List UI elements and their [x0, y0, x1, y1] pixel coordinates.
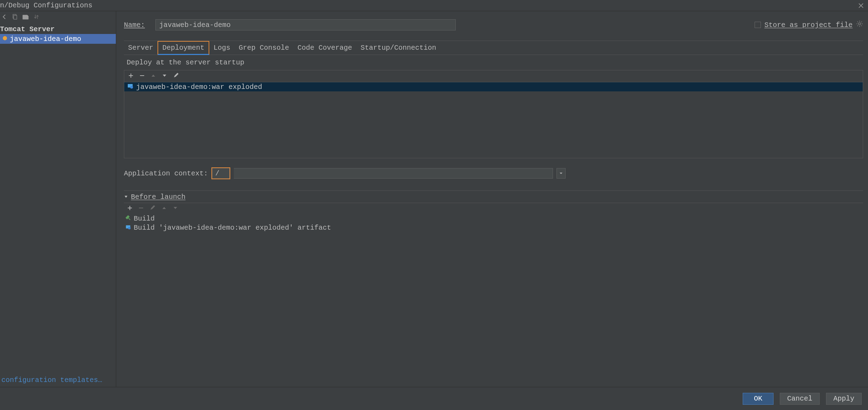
before-launch-header[interactable]: Before launch: [124, 191, 863, 203]
name-row: Name: Store as project file: [124, 15, 863, 34]
tab-startup-connection[interactable]: Startup/Connection: [356, 41, 440, 55]
svg-point-7: [128, 227, 131, 229]
tab-logs[interactable]: Logs: [209, 41, 234, 55]
artifact-row[interactable]: javaweb-idea-demo:war exploded: [124, 82, 863, 91]
application-context-label: Application context:: [124, 169, 208, 178]
expand-toggle-icon[interactable]: [124, 193, 128, 201]
configuration-templates-link[interactable]: configuration templates…: [1, 376, 102, 384]
bl-up-icon: [162, 204, 167, 213]
artifact-list: javaweb-idea-demo:war exploded: [124, 70, 863, 158]
sort-icon[interactable]: [34, 14, 39, 20]
before-launch-label: Before launch: [131, 193, 186, 201]
add-icon[interactable]: [128, 72, 133, 80]
bl-build-label: Build: [134, 215, 155, 223]
gear-icon[interactable]: [856, 20, 863, 29]
application-context-input[interactable]: [212, 168, 230, 179]
tab-server[interactable]: Server: [124, 41, 158, 55]
context-dropdown-icon[interactable]: [556, 168, 566, 179]
tab-deployment[interactable]: Deployment: [158, 41, 209, 55]
window-title: n/Debug Configurations: [0, 1, 92, 9]
svg-rect-1: [14, 15, 17, 19]
tomcat-icon: [2, 35, 8, 43]
application-context-row: Application context:: [124, 167, 863, 179]
up-icon: [151, 72, 156, 80]
down-icon[interactable]: [162, 72, 167, 80]
artifact-label: javaweb-idea-demo:war exploded: [136, 83, 262, 91]
bl-add-icon[interactable]: [127, 204, 132, 213]
copy-icon[interactable]: [12, 14, 18, 20]
hammer-icon: [125, 215, 131, 223]
save-icon[interactable]: [22, 14, 29, 20]
sidebar: Tomcat Server javaweb-idea-demo configur…: [0, 11, 116, 387]
store-checkbox[interactable]: [755, 22, 761, 28]
tree-item-label: javaweb-idea-demo: [10, 35, 81, 43]
tree-group-tomcat[interactable]: Tomcat Server: [0, 25, 116, 34]
sidebar-toolbar: [0, 11, 116, 22]
artifact-toolbar: [124, 70, 863, 82]
tab-grep-console[interactable]: Grep Console: [234, 41, 293, 55]
apply-button[interactable]: Apply: [826, 393, 862, 405]
bl-build-artifact-label: Build 'javaweb-idea-demo:war exploded' a…: [134, 224, 331, 232]
ok-button[interactable]: OK: [743, 393, 774, 405]
bl-edit-icon: [150, 204, 155, 213]
artifact-icon: [125, 224, 131, 232]
name-label: Name:: [124, 21, 145, 29]
main-panel: Name: Store as project file Server Deplo…: [116, 11, 868, 387]
dialog-buttons: OK Cancel Apply: [0, 387, 868, 410]
name-input[interactable]: [155, 19, 456, 30]
configuration-tree[interactable]: Tomcat Server javaweb-idea-demo: [0, 22, 116, 387]
before-launch-toolbar: [124, 203, 863, 214]
svg-point-5: [130, 86, 133, 89]
bl-remove-icon: [139, 204, 144, 213]
tab-code-coverage[interactable]: Code Coverage: [293, 41, 356, 55]
artifact-icon: [127, 83, 133, 91]
bl-down-icon: [173, 204, 178, 213]
application-context-input-ext[interactable]: [234, 168, 553, 179]
remove-icon[interactable]: [140, 72, 145, 80]
deploy-section-label: Deploy at the server startup: [124, 55, 863, 70]
before-launch-item-build[interactable]: Build: [124, 214, 863, 223]
edit-icon[interactable]: [173, 72, 179, 80]
svg-point-3: [859, 23, 861, 25]
tabs-block: Server Deployment Logs Grep Console Code…: [124, 41, 863, 232]
back-caret-icon[interactable]: [2, 14, 7, 19]
close-icon[interactable]: [857, 1, 865, 10]
cancel-button[interactable]: Cancel: [780, 393, 820, 405]
before-launch-item-build-artifact[interactable]: Build 'javaweb-idea-demo:war exploded' a…: [124, 223, 863, 232]
context-highlight: [211, 167, 230, 179]
titlebar: n/Debug Configurations: [0, 0, 868, 11]
store-as-project-file[interactable]: Store as project file: [755, 20, 863, 29]
store-label: Store as project file: [764, 21, 853, 29]
tabs: Server Deployment Logs Grep Console Code…: [124, 41, 863, 55]
tree-item-javaweb[interactable]: javaweb-idea-demo: [0, 34, 116, 44]
svg-point-2: [3, 36, 7, 40]
